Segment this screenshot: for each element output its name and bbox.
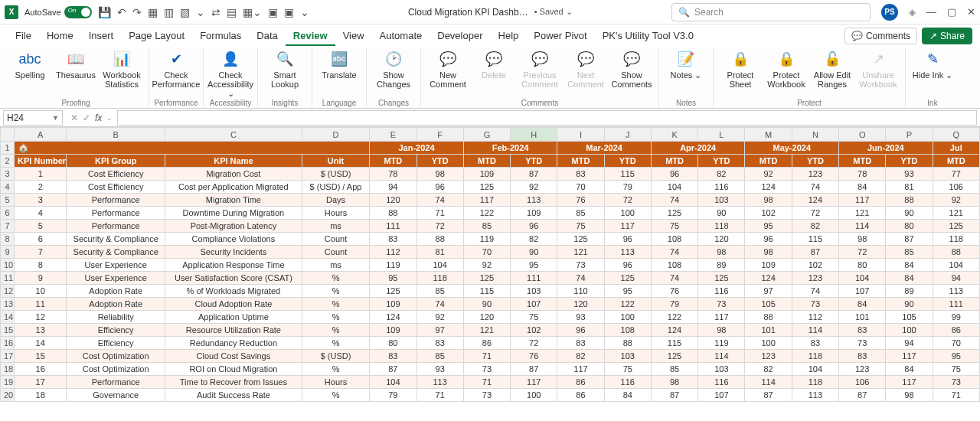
tab-file[interactable]: File [8,27,39,46]
cell-value[interactable]: 84 [886,363,933,376]
cell-value[interactable]: 111 [511,272,557,285]
cell-value[interactable]: 125 [604,272,651,285]
cell-value[interactable]: 73 [792,298,838,311]
col-header-A[interactable]: A [15,128,67,142]
cell-value[interactable]: 74 [651,194,697,207]
toggle-on-icon[interactable]: On [64,6,92,18]
cell-kpi-number[interactable]: 2 [15,181,67,194]
cell-kpi-number[interactable]: 7 [15,246,67,259]
cell-kpi-name[interactable]: Cost per Application Migrated [165,181,302,194]
cell-value[interactable]: 103 [604,350,651,363]
cell-unit[interactable]: $ (USD) / App [302,181,369,194]
cell-value[interactable]: 118 [792,376,838,389]
cell-value[interactable]: 72 [839,246,886,259]
cell-value[interactable]: 74 [557,272,604,285]
cell-kpi-number[interactable]: 18 [15,389,67,402]
cell-value[interactable]: 125 [463,181,510,194]
cell-value[interactable]: 86 [933,324,979,337]
cell-value[interactable]: 93 [886,168,933,181]
cell-kpi-group[interactable]: Performance [67,220,165,233]
cell-value[interactable]: 88 [745,311,792,324]
row-header[interactable]: 2 [1,155,15,168]
cell-value[interactable]: 114 [839,220,886,233]
cell-value[interactable]: 100 [745,337,792,350]
cell-kpi-group[interactable]: Adoption Rate [67,285,165,298]
cell-kpi-number[interactable]: 17 [15,376,67,389]
save-icon[interactable]: 💾 [98,6,111,18]
cell-value[interactable]: 102 [792,259,838,272]
cell-value[interactable]: 117 [698,311,745,324]
cell-value[interactable]: 81 [886,181,933,194]
cell-value[interactable]: 83 [839,350,886,363]
qat-overflow-icon[interactable]: ⌄ [300,6,309,18]
cell-kpi-group[interactable]: Cost Efficiency [67,181,165,194]
cell-value[interactable]: 83 [839,324,886,337]
cell-value[interactable]: 119 [463,233,510,246]
cell-unit[interactable]: ms [302,259,369,272]
cell-value[interactable]: 95 [511,259,557,272]
cell-value[interactable]: 71 [416,207,463,220]
cell-kpi-group[interactable]: Performance [67,376,165,389]
cell-value[interactable]: 85 [886,246,933,259]
cell-value[interactable]: 101 [839,311,886,324]
ribbon-hide-ink-[interactable]: ✎Hide Ink ⌄ [910,49,955,98]
cell-value[interactable]: 71 [416,389,463,402]
cell-value[interactable]: 72 [511,337,557,350]
cell-value[interactable]: 90 [886,298,933,311]
saved-status[interactable]: • Saved ⌄ [534,7,573,17]
cell-value[interactable]: 98 [698,246,745,259]
row-header[interactable]: 14 [1,311,15,324]
cell-value[interactable]: 75 [604,363,651,376]
cell-value[interactable]: 106 [933,181,979,194]
qat-icon[interactable]: ▧ [180,6,190,18]
cell-value[interactable]: 103 [511,285,557,298]
cell-value[interactable]: 113 [604,246,651,259]
tab-developer[interactable]: Developer [430,27,490,46]
col-header-Q[interactable]: Q [933,128,979,142]
cell-kpi-name[interactable]: Application Uptime [165,311,302,324]
cell-value[interactable]: 98 [698,324,745,337]
cell-value[interactable]: 74 [416,298,463,311]
cell-value[interactable]: 117 [557,363,604,376]
cell-kpi-group[interactable]: Cost Optimization [67,350,165,363]
cell-kpi-name[interactable]: Time to Recover from Issues [165,376,302,389]
cell-value[interactable]: 96 [557,324,604,337]
cell-value[interactable]: 71 [933,389,979,402]
cell-value[interactable]: 100 [604,311,651,324]
cell-kpi-name[interactable]: Migration Time [165,194,302,207]
qat-dropdown-icon[interactable]: ⌄ [196,6,205,18]
maximize-button[interactable]: ▢ [947,6,956,18]
cell-kpi-number[interactable]: 6 [15,233,67,246]
cell-value[interactable]: 88 [370,207,416,220]
row-header[interactable]: 17 [1,350,15,363]
cell-value[interactable]: 115 [463,285,510,298]
col-header-K[interactable]: K [651,128,697,142]
row-header[interactable]: 10 [1,259,15,272]
cell-value[interactable]: 94 [886,337,933,350]
cell-value[interactable]: 103 [698,363,745,376]
cell-value[interactable]: 98 [745,194,792,207]
cell-value[interactable]: 73 [463,363,510,376]
ribbon-allow-edit-ranges[interactable]: 🔓Allow Edit Ranges [810,49,854,98]
cell-value[interactable]: 81 [416,246,463,259]
col-header-L[interactable]: L [698,128,745,142]
cell-value[interactable]: 123 [745,350,792,363]
cell-value[interactable]: 75 [511,311,557,324]
cell-value[interactable]: 96 [511,220,557,233]
ribbon-show-changes[interactable]: 🕑Show Changes [371,49,416,98]
cell-value[interactable]: 116 [604,376,651,389]
cell-value[interactable]: 75 [557,220,604,233]
cell-value[interactable]: 115 [792,233,838,246]
cell-value[interactable]: 121 [839,207,886,220]
cell-value[interactable]: 115 [651,337,697,350]
cell-value[interactable]: 83 [416,337,463,350]
home-icon[interactable]: 🏠 [18,142,29,153]
cell-value[interactable]: 108 [604,324,651,337]
cell-value[interactable]: 82 [745,363,792,376]
cell-value[interactable]: 87 [511,168,557,181]
share-button[interactable]: ↗ Share [922,28,972,44]
cell-value[interactable]: 73 [933,376,979,389]
cell-value[interactable]: 75 [933,363,979,376]
cell-value[interactable]: 100 [511,389,557,402]
cell-value[interactable]: 80 [886,220,933,233]
